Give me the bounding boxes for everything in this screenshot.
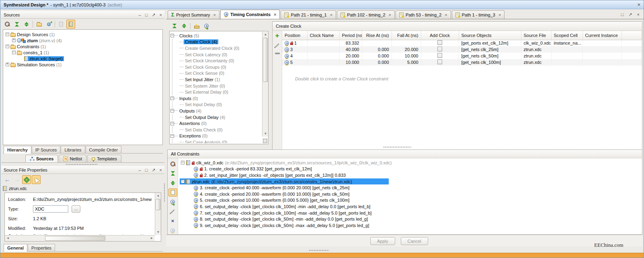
properties-view-button[interactable] <box>22 175 31 184</box>
close-icon[interactable]: × <box>160 12 162 17</box>
constraint-type[interactable]: Set System Jitter (0) <box>172 83 261 89</box>
column-header-scoped-cell[interactable]: Scoped Cell <box>551 31 582 40</box>
tab-templates[interactable]: Templates <box>87 155 121 162</box>
constraint-row[interactable]: 5. create_clock -period 10.000 -waveform… <box>178 197 641 204</box>
tree-item[interactable]: −constrs_1 (1) <box>4 49 162 55</box>
constraint-type[interactable]: Set Data Check (0) <box>172 127 261 133</box>
column-header-filler[interactable] <box>621 31 642 40</box>
column-header-source-objects[interactable]: Source Objects <box>459 31 521 40</box>
constraint-row[interactable]: 7. set_output_delay -clock [get_clocks c… <box>178 210 641 216</box>
expander-icon[interactable]: + <box>6 63 9 66</box>
collapse-all-button[interactable] <box>12 20 21 29</box>
scroll-down-icon[interactable]: ▼ <box>263 131 269 137</box>
constraint-row[interactable]: 3. create_clock -period 40.000 -waveform… <box>178 184 641 191</box>
scroll-left-icon[interactable]: ◄ <box>5 235 11 241</box>
constraint-type[interactable]: Set Output Delay (4) <box>172 114 261 121</box>
expand-all-button[interactable] <box>168 179 177 187</box>
table-row[interactable]: 510.0000.0005.000[get_nets clk_100m]ztru… <box>282 59 642 66</box>
close-tab-icon[interactable]: × <box>389 12 391 17</box>
scroll-to-selected-button[interactable] <box>66 20 75 29</box>
column-header-add-clock[interactable]: Add Clock <box>421 31 459 40</box>
vertical-scrollbar[interactable]: ▲ ▼ <box>155 193 161 235</box>
constraint-type[interactable]: Create Clock (4) <box>172 39 261 45</box>
expander-icon[interactable]: − <box>181 180 185 183</box>
settings-disabled-button[interactable] <box>168 226 177 234</box>
editor-tab-path-21-timing-1[interactable]: Path 21 - timing_1× <box>281 10 336 19</box>
edit-button[interactable] <box>168 207 177 215</box>
column-header-period-ns-[interactable]: Period (ns) <box>339 31 362 40</box>
create-clock-button[interactable] <box>168 198 177 206</box>
tree-item[interactable]: +zturn (zturn.v) (4) <box>4 37 162 43</box>
group-by-file-button[interactable] <box>168 188 177 197</box>
expander-icon[interactable]: − <box>170 96 174 100</box>
type-field[interactable] <box>33 205 68 213</box>
constraint-group[interactable]: −Outputs (4) <box>170 108 261 114</box>
constraint-row[interactable]: 2. set_input_jitter [get_clocks -of_obje… <box>178 172 641 178</box>
constraint-type[interactable]: Set Clock Uncertainty (0) <box>172 57 261 64</box>
expander-icon[interactable]: − <box>6 33 9 36</box>
panel-splitter-handle[interactable] <box>383 146 411 148</box>
edit-constraint-icon[interactable] <box>275 43 279 48</box>
constraint-row[interactable]: 8. set_output_delay -clock [get_clocks c… <box>178 216 641 222</box>
column-header-position[interactable]: Position <box>282 31 307 40</box>
tab-properties[interactable]: Properties <box>28 244 55 251</box>
back-button[interactable]: ← <box>3 175 12 184</box>
tree-item[interactable]: −Design Sources (1) <box>4 31 162 37</box>
delete-button[interactable]: × <box>168 217 177 225</box>
collapse-all-button[interactable] <box>168 170 177 178</box>
expander-icon[interactable]: + <box>12 39 16 42</box>
add-constraint-icon[interactable]: + <box>275 33 279 38</box>
expand-all-button[interactable] <box>180 22 189 31</box>
create-constraint-button[interactable] <box>192 22 201 31</box>
tree-item[interactable]: +Simulation Sources (1) <box>4 61 162 68</box>
search-button[interactable] <box>3 20 12 29</box>
tab-netlist[interactable]: NNetlist <box>59 155 86 162</box>
forward-button[interactable]: → <box>12 175 21 184</box>
minimize-icon[interactable]: – <box>139 12 141 17</box>
expander-icon[interactable]: − <box>170 122 174 125</box>
float-icon[interactable]: ↗ <box>628 12 632 17</box>
minimize-icon[interactable]: – <box>139 168 141 172</box>
editor-tab-path-53-timing-2[interactable]: Path 53 - timing_2× <box>396 10 451 19</box>
tab-compile-order[interactable]: Compile Order <box>86 146 122 153</box>
constraint-file-row[interactable]: −ztrun.xdc(E:/ds/Zturn_zynq/project/ztur… <box>178 178 641 185</box>
expander-icon[interactable]: − <box>6 45 9 48</box>
expander-icon[interactable]: − <box>181 161 185 164</box>
close-tab-icon[interactable]: × <box>274 12 276 17</box>
constraint-type[interactable]: Set Case Analysis (0) <box>172 139 261 143</box>
add-clock-checkbox[interactable] <box>437 40 442 45</box>
constraint-group[interactable]: −Exceptions (0) <box>170 133 261 139</box>
apply-button[interactable]: Apply <box>370 237 395 245</box>
constraint-type[interactable]: Set Input Jitter (1) <box>172 76 261 83</box>
expander-icon[interactable]: − <box>170 34 174 37</box>
tree-item[interactable]: ztrun.xdc (target) <box>4 55 162 61</box>
tab-libraries[interactable]: Libraries <box>61 146 85 153</box>
browse-button[interactable]: ... <box>72 205 80 213</box>
create-clock-button[interactable] <box>202 22 211 31</box>
scroll-up-icon[interactable]: ▲ <box>263 32 269 37</box>
table-row[interactable]: 420.0000.00010.000[get_nets clk_50m]ztru… <box>282 53 642 59</box>
add-source-button[interactable] <box>44 20 53 29</box>
constraint-group[interactable]: −Clocks (5) <box>170 33 261 39</box>
constraint-row[interactable]: 6. set_output_delay -clock [get_clocks c… <box>178 203 641 210</box>
column-header-source-file[interactable]: Source File <box>521 31 551 40</box>
scroll-right-icon[interactable]: ► <box>149 235 155 241</box>
horizontal-scrollbar[interactable]: ◄ ► <box>5 235 155 241</box>
expander-icon[interactable]: − <box>12 51 16 54</box>
constraint-type[interactable]: Set Clock Latency (0) <box>172 51 261 58</box>
remove-constraint-icon[interactable] <box>275 53 280 54</box>
close-icon[interactable]: × <box>160 168 162 172</box>
column-header-current-instance[interactable]: Current Instance <box>582 31 621 40</box>
editor-tab-path-1-timing-3[interactable]: Path 1 - timing_3× <box>452 10 505 19</box>
maximize-icon[interactable]: □ <box>621 12 624 17</box>
constraint-row[interactable]: 1. create_clock -period 83.332 [get_port… <box>178 166 641 172</box>
tab-sources[interactable]: Sources <box>25 155 58 162</box>
column-header-clock-name[interactable]: Clock Name <box>307 31 339 40</box>
constraint-type[interactable]: Create Generated Clock (0) <box>172 45 261 51</box>
panel-splitter-handle[interactable] <box>309 250 329 251</box>
column-header-fall-at-ns-[interactable]: Fall At (ns) <box>392 31 421 40</box>
constraint-type[interactable]: Set Clock Groups (0) <box>172 64 261 70</box>
table-row[interactable]: 340.0000.00020.000[get_nets clk_25m]ztru… <box>282 46 642 53</box>
close-icon[interactable]: × <box>637 12 640 17</box>
constraint-type[interactable]: Set External Delay (0) <box>172 89 261 95</box>
